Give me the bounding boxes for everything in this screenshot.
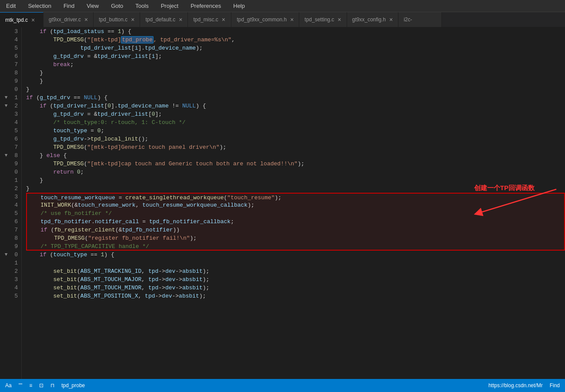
- line-number: 5: [9, 209, 20, 218]
- tab-label: tpd_gt9xx_common.h: [237, 17, 287, 23]
- line-number: 8: [9, 234, 20, 242]
- code-line: tpd_driver_list[i].tpd_device_name);: [26, 44, 565, 52]
- code-line: }: [26, 77, 565, 85]
- menu-goto[interactable]: Goto: [108, 2, 126, 10]
- tab-close[interactable]: ×: [84, 17, 88, 23]
- line-number: 4: [9, 201, 20, 209]
- code-line: g_tpd_drv = &tpd_driver_list[0];: [26, 110, 565, 118]
- menu-view[interactable]: View: [84, 2, 101, 10]
- line-number: 8: [9, 151, 20, 160]
- menu-preferences[interactable]: Preferences: [188, 2, 224, 10]
- tab-label: i2c-: [404, 17, 412, 23]
- tab-close[interactable]: ×: [31, 17, 35, 23]
- tab-tpd-misc[interactable]: tpd_misc.c ×: [188, 12, 231, 27]
- line-number: 6: [9, 52, 20, 60]
- code-line: }: [26, 69, 565, 77]
- tab-close[interactable]: ×: [338, 17, 341, 23]
- status-url: https://blog.csdn.net/Mr: [488, 382, 543, 389]
- menu-selection[interactable]: Selection: [25, 2, 53, 10]
- tab-gt9xx-driver[interactable]: gt9xx_driver.c ×: [43, 12, 94, 27]
- line-number: 6: [9, 135, 20, 143]
- statusbar: Aa "" ≡ ⊡ ⊓ tpd_probe https://blog.csdn.…: [0, 379, 565, 392]
- code-line: if (g_tpd_drv == NULL) {: [26, 94, 565, 102]
- code-line: set_bit(ABS_MT_TRACKING_ID, tpd->dev->ab…: [26, 267, 565, 275]
- tab-label: gt9xx_driver.c: [49, 17, 81, 23]
- status-selection-icon: ⊡: [39, 382, 43, 389]
- line-number: 5: [9, 292, 20, 300]
- menu-tools[interactable]: Tools: [133, 2, 151, 10]
- tab-mtk-tpd[interactable]: mtk_tpd.c ×: [0, 12, 43, 27]
- line-number: 5: [9, 127, 20, 135]
- code-line: if (tpd_load_status == 1) {: [26, 27, 565, 36]
- code-line: if (tpd_driver_list[0].tpd_device_name !…: [26, 102, 565, 110]
- line-number: 3: [9, 110, 20, 118]
- editor-area: 34567890▼1▼234567▼890123456789▼012345 if…: [0, 27, 565, 379]
- line-number: 4: [9, 284, 20, 292]
- tab-close[interactable]: ×: [389, 17, 393, 23]
- line-number: 3: [9, 193, 20, 201]
- status-font-size: Aa: [5, 382, 12, 389]
- code-line: touch_resume_workqueue = create_singleth…: [26, 193, 565, 201]
- code-line: /* TPD_TYPE_CAPACITIVE handle */: [26, 242, 565, 251]
- code-line: /* use fb_notifier */: [26, 209, 565, 218]
- line-number: 9: [9, 77, 20, 85]
- tab-tpd-default[interactable]: tpd_default.c ×: [140, 12, 188, 27]
- line-number: 0: [9, 251, 20, 259]
- line-number: 1: [9, 259, 20, 267]
- menu-project[interactable]: Project: [158, 2, 181, 10]
- menu-edit[interactable]: Edit: [3, 2, 18, 10]
- code-line: set_bit(ABS_MT_TOUCH_MINOR, tpd->dev->ab…: [26, 284, 565, 292]
- tab-label: tpd_default.c: [145, 17, 175, 23]
- code-line: if (fb_register_client(&tpd_fb_notifier)…: [26, 226, 565, 234]
- code-line: }: [26, 176, 565, 184]
- code-line: }: [26, 85, 565, 94]
- tab-gt9xx-config[interactable]: gt9xx_config.h ×: [347, 12, 399, 27]
- fold-indicator[interactable]: ▼: [3, 251, 9, 259]
- line-number: 3: [9, 275, 20, 284]
- tab-label: tpd_setting.c: [304, 17, 334, 23]
- line-number: 5: [9, 44, 20, 52]
- line-number: 2: [9, 184, 20, 193]
- tab-tpd-gt9xx-common[interactable]: tpd_gt9xx_common.h ×: [231, 12, 299, 27]
- status-quotes: "": [19, 382, 23, 389]
- fold-indicator[interactable]: ▼: [3, 151, 9, 160]
- line-number: 2: [9, 102, 20, 110]
- status-symbol: tpd_probe: [61, 382, 85, 389]
- tab-close[interactable]: ×: [179, 17, 182, 23]
- line-number: 1: [9, 176, 20, 184]
- tab-label: mtk_tpd.c: [5, 17, 28, 23]
- tab-tpd-setting[interactable]: tpd_setting.c ×: [299, 12, 347, 27]
- menubar: Edit Selection Find View Goto Tools Proj…: [0, 0, 565, 12]
- tab-close[interactable]: ×: [290, 17, 294, 23]
- code-line: set_bit(ABS_MT_TOUCH_MAJOR, tpd->dev->ab…: [26, 275, 565, 284]
- code-line: } else {: [26, 151, 565, 160]
- tab-close[interactable]: ×: [131, 17, 134, 23]
- tab-i2c[interactable]: i2c-: [398, 12, 442, 27]
- code-line: tpd_fb_notifier.notifier_call = tpd_fb_n…: [26, 218, 565, 226]
- code-line: break;: [26, 60, 565, 69]
- line-number: 3: [9, 27, 20, 36]
- fold-indicator[interactable]: ▼: [3, 102, 9, 110]
- code-line: g_tpd_drv->tpd_local_init();: [26, 135, 565, 143]
- code-line: return 0;: [26, 168, 565, 176]
- tab-label: tpd_misc.c: [193, 17, 218, 23]
- menu-find[interactable]: Find: [61, 2, 77, 10]
- code-line: TPD_DMESG("register fb_notifier fail!\n"…: [26, 234, 565, 242]
- statusbar-right: https://blog.csdn.net/Mr Find: [488, 382, 560, 389]
- menu-help[interactable]: Help: [231, 2, 247, 10]
- line-number: 1: [9, 94, 20, 102]
- line-number: 8: [9, 69, 20, 77]
- line-number: 7: [9, 143, 20, 151]
- code-line: }: [26, 184, 565, 193]
- code-line: [26, 259, 565, 267]
- tab-tpd-button[interactable]: tpd_button.c ×: [94, 12, 140, 27]
- tab-close[interactable]: ×: [222, 17, 225, 23]
- code-line: INIT_WORK(&touch_resume_work, touch_resu…: [26, 201, 565, 209]
- line-number: 0: [9, 85, 20, 94]
- line-number: 0: [9, 168, 20, 176]
- fold-indicator[interactable]: ▼: [3, 94, 9, 102]
- code-line: if (touch_type == 1) {: [26, 251, 565, 259]
- tabs-bar: mtk_tpd.c × gt9xx_driver.c × tpd_button.…: [0, 12, 565, 27]
- code-content[interactable]: if (tpd_load_status == 1) { TPD_DMESG("[…: [22, 27, 565, 379]
- line-number: 9: [9, 242, 20, 251]
